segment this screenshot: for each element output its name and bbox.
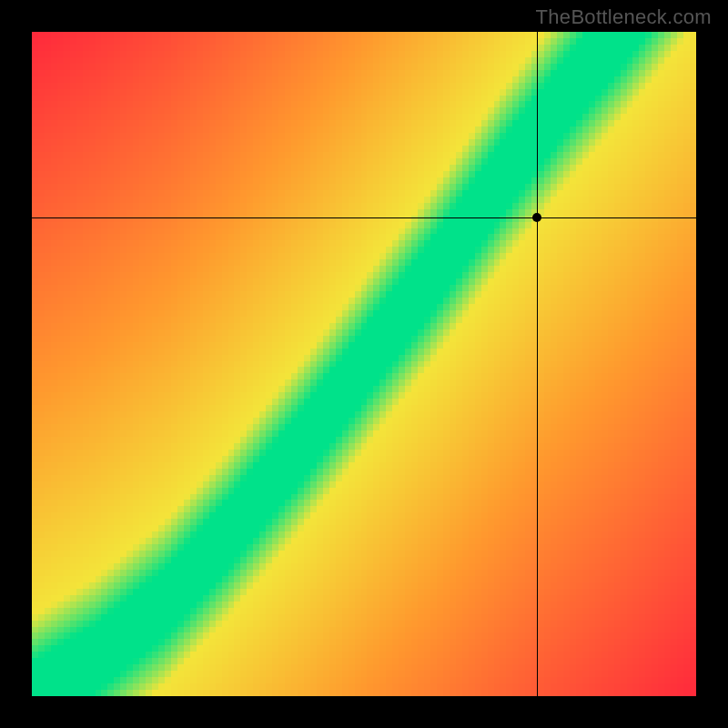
heatmap-plot (32, 32, 696, 696)
crosshair-vertical (537, 32, 538, 696)
watermark-text: TheBottleneck.com (536, 5, 712, 29)
crosshair-horizontal (32, 217, 696, 218)
heatmap-canvas (32, 32, 696, 696)
crosshair-marker (532, 213, 541, 222)
